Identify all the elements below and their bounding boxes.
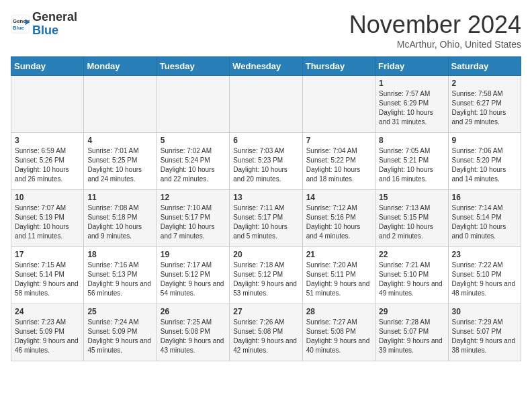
- week-row-1: 1Sunrise: 7:57 AM Sunset: 6:29 PM Daylig…: [11, 76, 521, 133]
- calendar-cell: [157, 76, 229, 133]
- day-info: Sunrise: 7:18 AM Sunset: 5:12 PM Dayligh…: [233, 261, 298, 298]
- calendar-cell: 3Sunrise: 6:59 AM Sunset: 5:26 PM Daylig…: [11, 133, 84, 190]
- day-info: Sunrise: 7:28 AM Sunset: 5:07 PM Dayligh…: [379, 318, 444, 355]
- day-number: 4: [87, 136, 152, 145]
- day-number: 1: [379, 79, 444, 88]
- weekday-header-wednesday: Wednesday: [230, 57, 302, 76]
- calendar-cell: [230, 76, 302, 133]
- calendar-cell: 11Sunrise: 7:08 AM Sunset: 5:18 PM Dayli…: [84, 190, 157, 247]
- day-info: Sunrise: 7:14 AM Sunset: 5:14 PM Dayligh…: [452, 203, 517, 241]
- day-number: 16: [452, 193, 517, 202]
- day-number: 11: [87, 193, 152, 202]
- weekday-header-sunday: Sunday: [11, 57, 84, 76]
- day-info: Sunrise: 7:13 AM Sunset: 5:15 PM Dayligh…: [379, 203, 444, 241]
- calendar-cell: 28Sunrise: 7:27 AM Sunset: 5:08 PM Dayli…: [302, 304, 375, 361]
- logo-text: General Blue: [32, 11, 77, 38]
- day-number: 20: [233, 250, 298, 259]
- calendar-cell: 30Sunrise: 7:29 AM Sunset: 5:07 PM Dayli…: [448, 304, 521, 361]
- day-info: Sunrise: 7:17 AM Sunset: 5:12 PM Dayligh…: [161, 261, 226, 298]
- calendar-cell: 5Sunrise: 7:02 AM Sunset: 5:24 PM Daylig…: [157, 133, 229, 190]
- day-info: Sunrise: 7:01 AM Sunset: 5:25 PM Dayligh…: [87, 146, 152, 184]
- calendar-cell: 14Sunrise: 7:12 AM Sunset: 5:16 PM Dayli…: [302, 190, 375, 247]
- day-number: 27: [233, 307, 298, 316]
- day-info: Sunrise: 6:59 AM Sunset: 5:26 PM Dayligh…: [15, 146, 80, 184]
- day-number: 14: [306, 193, 371, 202]
- day-info: Sunrise: 7:26 AM Sunset: 5:08 PM Dayligh…: [233, 318, 298, 355]
- day-info: Sunrise: 7:08 AM Sunset: 5:18 PM Dayligh…: [87, 203, 152, 241]
- calendar-cell: [11, 76, 84, 133]
- weekday-header-row: SundayMondayTuesdayWednesdayThursdayFrid…: [11, 57, 521, 76]
- day-number: 2: [452, 79, 517, 88]
- calendar-cell: 16Sunrise: 7:14 AM Sunset: 5:14 PM Dayli…: [448, 190, 521, 247]
- day-number: 6: [233, 136, 298, 145]
- calendar-cell: 20Sunrise: 7:18 AM Sunset: 5:12 PM Dayli…: [230, 247, 302, 304]
- day-number: 28: [306, 307, 371, 316]
- calendar-cell: 26Sunrise: 7:25 AM Sunset: 5:08 PM Dayli…: [157, 304, 229, 361]
- location: McArthur, Ohio, United States: [349, 39, 521, 50]
- calendar-table: SundayMondayTuesdayWednesdayThursdayFrid…: [11, 56, 521, 361]
- calendar-cell: 19Sunrise: 7:17 AM Sunset: 5:12 PM Dayli…: [157, 247, 229, 304]
- day-number: 10: [15, 193, 80, 202]
- day-info: Sunrise: 7:22 AM Sunset: 5:10 PM Dayligh…: [452, 261, 517, 298]
- day-number: 21: [306, 250, 371, 259]
- day-info: Sunrise: 7:23 AM Sunset: 5:09 PM Dayligh…: [15, 318, 80, 355]
- day-number: 15: [379, 193, 444, 202]
- day-info: Sunrise: 7:06 AM Sunset: 5:20 PM Dayligh…: [452, 146, 517, 184]
- calendar-cell: 2Sunrise: 7:58 AM Sunset: 6:27 PM Daylig…: [448, 76, 521, 133]
- week-row-3: 10Sunrise: 7:07 AM Sunset: 5:19 PM Dayli…: [11, 190, 521, 247]
- day-number: 19: [161, 250, 226, 259]
- logo-icon: General Blue: [11, 15, 30, 34]
- calendar-cell: 10Sunrise: 7:07 AM Sunset: 5:19 PM Dayli…: [11, 190, 84, 247]
- calendar-cell: [84, 76, 157, 133]
- calendar-cell: 13Sunrise: 7:11 AM Sunset: 5:17 PM Dayli…: [230, 190, 302, 247]
- calendar-cell: 24Sunrise: 7:23 AM Sunset: 5:09 PM Dayli…: [11, 304, 84, 361]
- calendar-cell: 9Sunrise: 7:06 AM Sunset: 5:20 PM Daylig…: [448, 133, 521, 190]
- day-info: Sunrise: 7:10 AM Sunset: 5:17 PM Dayligh…: [161, 203, 226, 241]
- calendar-cell: 6Sunrise: 7:03 AM Sunset: 5:23 PM Daylig…: [230, 133, 302, 190]
- calendar-cell: [302, 76, 375, 133]
- day-info: Sunrise: 7:20 AM Sunset: 5:11 PM Dayligh…: [306, 261, 371, 298]
- day-number: 29: [379, 307, 444, 316]
- weekday-header-friday: Friday: [375, 57, 448, 76]
- day-info: Sunrise: 7:12 AM Sunset: 5:16 PM Dayligh…: [306, 203, 371, 241]
- day-info: Sunrise: 7:02 AM Sunset: 5:24 PM Dayligh…: [161, 146, 226, 184]
- weekday-header-thursday: Thursday: [302, 57, 375, 76]
- day-number: 26: [161, 307, 226, 316]
- day-info: Sunrise: 7:16 AM Sunset: 5:13 PM Dayligh…: [87, 261, 152, 298]
- weekday-header-tuesday: Tuesday: [157, 57, 229, 76]
- day-info: Sunrise: 7:58 AM Sunset: 6:27 PM Dayligh…: [452, 89, 517, 127]
- calendar-cell: 17Sunrise: 7:15 AM Sunset: 5:14 PM Dayli…: [11, 247, 84, 304]
- calendar-cell: 7Sunrise: 7:04 AM Sunset: 5:22 PM Daylig…: [302, 133, 375, 190]
- day-info: Sunrise: 7:21 AM Sunset: 5:10 PM Dayligh…: [379, 261, 444, 298]
- day-number: 7: [306, 136, 371, 145]
- day-info: Sunrise: 7:57 AM Sunset: 6:29 PM Dayligh…: [379, 89, 444, 127]
- calendar-cell: 12Sunrise: 7:10 AM Sunset: 5:17 PM Dayli…: [157, 190, 229, 247]
- weekday-header-saturday: Saturday: [448, 57, 521, 76]
- title-block: November 2024 McArthur, Ohio, United Sta…: [349, 11, 521, 50]
- calendar-cell: 4Sunrise: 7:01 AM Sunset: 5:25 PM Daylig…: [84, 133, 157, 190]
- calendar-cell: 25Sunrise: 7:24 AM Sunset: 5:09 PM Dayli…: [84, 304, 157, 361]
- logo: General Blue General Blue: [11, 11, 77, 38]
- day-number: 8: [379, 136, 444, 145]
- svg-text:Blue: Blue: [13, 25, 25, 31]
- day-number: 22: [379, 250, 444, 259]
- month-title: November 2024: [349, 11, 521, 39]
- day-info: Sunrise: 7:27 AM Sunset: 5:08 PM Dayligh…: [306, 318, 371, 355]
- calendar-cell: 21Sunrise: 7:20 AM Sunset: 5:11 PM Dayli…: [302, 247, 375, 304]
- day-number: 3: [15, 136, 80, 145]
- day-info: Sunrise: 7:03 AM Sunset: 5:23 PM Dayligh…: [233, 146, 298, 184]
- day-number: 23: [452, 250, 517, 259]
- day-number: 25: [87, 307, 152, 316]
- calendar-cell: 22Sunrise: 7:21 AM Sunset: 5:10 PM Dayli…: [375, 247, 448, 304]
- day-info: Sunrise: 7:11 AM Sunset: 5:17 PM Dayligh…: [233, 203, 298, 241]
- calendar-cell: 8Sunrise: 7:05 AM Sunset: 5:21 PM Daylig…: [375, 133, 448, 190]
- week-row-2: 3Sunrise: 6:59 AM Sunset: 5:26 PM Daylig…: [11, 133, 521, 190]
- day-info: Sunrise: 7:07 AM Sunset: 5:19 PM Dayligh…: [15, 203, 80, 241]
- day-info: Sunrise: 7:25 AM Sunset: 5:08 PM Dayligh…: [161, 318, 226, 355]
- calendar-cell: 27Sunrise: 7:26 AM Sunset: 5:08 PM Dayli…: [230, 304, 302, 361]
- calendar-cell: 1Sunrise: 7:57 AM Sunset: 6:29 PM Daylig…: [375, 76, 448, 133]
- day-number: 12: [161, 193, 226, 202]
- day-info: Sunrise: 7:24 AM Sunset: 5:09 PM Dayligh…: [87, 318, 152, 355]
- day-number: 5: [161, 136, 226, 145]
- calendar-cell: 15Sunrise: 7:13 AM Sunset: 5:15 PM Dayli…: [375, 190, 448, 247]
